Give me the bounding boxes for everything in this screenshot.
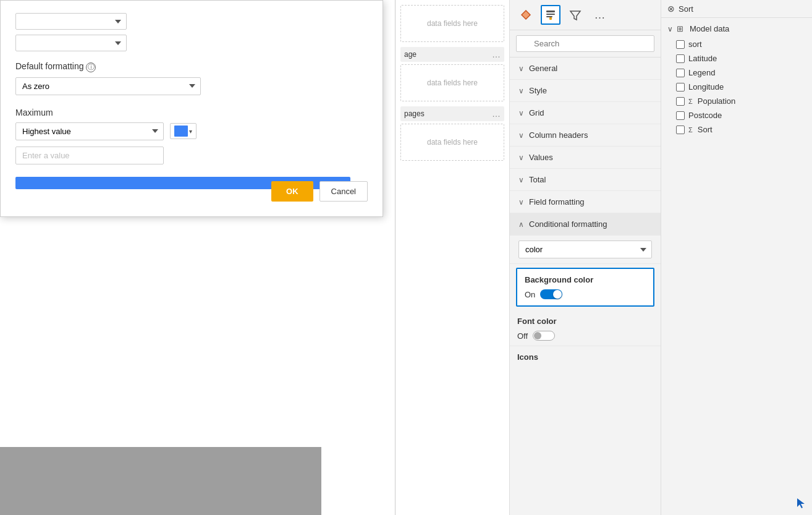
- section-general[interactable]: ∨ General: [510, 57, 661, 80]
- default-formatting-label: Default formatting ⓘ: [15, 61, 368, 72]
- icons-title: Icons: [517, 352, 653, 362]
- section-conditional-formatting-label: Conditional formatting: [529, 219, 607, 229]
- filter-icon: [569, 9, 582, 21]
- svg-rect-3: [546, 14, 555, 15]
- field-checkbox-sort[interactable]: [676, 40, 685, 49]
- font-color-title: Font color: [517, 317, 653, 326]
- font-toggle-label: Off: [517, 331, 528, 341]
- drop-zone-2[interactable]: data fields here: [400, 64, 504, 101]
- field-name-sort-sigma: Sort: [698, 125, 713, 134]
- field-checkbox-latitude[interactable]: [676, 54, 685, 63]
- model-data-section: ∨ ⊞ Model data sort Latitude Legend Long…: [661, 18, 812, 515]
- font-color-toggle[interactable]: [533, 331, 555, 341]
- field-checkbox-legend[interactable]: [676, 69, 685, 77]
- section-values[interactable]: ∨ Values: [510, 147, 661, 169]
- color-swatch-button[interactable]: ▾: [170, 123, 197, 139]
- maximum-dropdown[interactable]: Highest value: [15, 122, 164, 140]
- left-panel: Default formatting ⓘ As zero Maximum Hig…: [0, 0, 395, 515]
- field-checkbox-population[interactable]: [676, 97, 685, 106]
- icons-section: Icons: [510, 346, 661, 368]
- conditional-formatting-dropdown[interactable]: color: [518, 240, 652, 258]
- drop-zone-3[interactable]: data fields here: [400, 124, 504, 161]
- field-item-sort: sort: [661, 37, 812, 51]
- model-data-header[interactable]: ∨ ⊞ Model data: [661, 20, 812, 37]
- info-icon[interactable]: ⓘ: [86, 62, 96, 72]
- chart-type-icon-btn[interactable]: [516, 5, 536, 25]
- section-grid[interactable]: ∨ Grid: [510, 102, 661, 124]
- bg-color-toggle[interactable]: [540, 289, 562, 299]
- font-color-title-text: Font color: [517, 317, 557, 326]
- drop-zone-3-text: data fields here: [406, 138, 499, 147]
- section-general-label: General: [529, 64, 557, 73]
- search-input[interactable]: [516, 35, 654, 52]
- field-tag-pages-text: pages: [404, 109, 425, 118]
- field-checkbox-postcode[interactable]: [676, 111, 685, 120]
- drop-zone-1-text: data fields here: [406, 19, 499, 28]
- ok-button[interactable]: OK: [271, 181, 313, 202]
- bg-toggle-label: On: [525, 290, 535, 299]
- conditional-formatting-dropdown-row: color: [510, 236, 661, 264]
- value-input[interactable]: [15, 147, 164, 164]
- format-search-bar: 🔍: [510, 30, 661, 57]
- cursor-indicator: [795, 497, 807, 511]
- cancel-button[interactable]: Cancel: [319, 181, 368, 202]
- maximum-section: Maximum Highest value ▾: [15, 108, 368, 164]
- field-checkbox-longitude[interactable]: [676, 83, 685, 92]
- more-options-icon-btn[interactable]: …: [590, 5, 610, 25]
- filter-icon-btn[interactable]: [565, 5, 585, 25]
- chevron-column-headers-icon: ∨: [518, 131, 524, 140]
- section-field-formatting[interactable]: ∨ Field formatting: [510, 191, 661, 213]
- font-color-section: Font color Off: [510, 310, 661, 346]
- chevron-general-icon: ∨: [518, 64, 524, 73]
- font-color-toggle-row: Off: [517, 331, 653, 341]
- model-data-chevron-icon: ∨: [667, 25, 673, 33]
- color-swatch: [174, 126, 188, 137]
- model-data-label: Model data: [690, 24, 729, 33]
- svg-marker-1: [522, 11, 530, 19]
- section-total[interactable]: ∨ Total: [510, 169, 661, 191]
- dialog-buttons: OK Cancel: [271, 181, 368, 202]
- cursor-icon: [795, 497, 807, 509]
- bg-color-toggle-row: On: [525, 289, 646, 299]
- field-checkbox-sort-sigma[interactable]: [676, 126, 685, 134]
- sigma-population-icon: Σ: [688, 98, 693, 105]
- field-name-postcode: Postcode: [688, 111, 722, 120]
- field-name-legend: Legend: [688, 68, 715, 77]
- section-field-formatting-label: Field formatting: [529, 197, 585, 206]
- section-column-headers[interactable]: ∨ Column headers: [510, 124, 661, 147]
- section-conditional-formatting[interactable]: ∧ Conditional formatting: [510, 213, 661, 236]
- format-paintbrush-icon-btn[interactable]: [541, 5, 560, 25]
- maximum-row: Highest value ▾: [15, 122, 368, 140]
- field-item-population: Σ Population: [661, 94, 812, 108]
- top-dropdown-1[interactable]: [15, 13, 127, 30]
- chevron-conditional-formatting-icon: ∧: [518, 220, 524, 229]
- field-item-legend: Legend: [661, 66, 812, 80]
- field-name-sort: sort: [688, 40, 702, 49]
- field-tag-age-text: age: [404, 50, 417, 59]
- sort-label: Sort: [679, 4, 693, 14]
- field-tag-age-menu[interactable]: …: [492, 49, 501, 59]
- sort-icon: ⊗: [667, 4, 675, 14]
- sort-row[interactable]: ⊗ Sort: [661, 0, 812, 18]
- section-style[interactable]: ∨ Style: [510, 80, 661, 102]
- section-grid-label: Grid: [529, 108, 544, 117]
- mid-fields-area: data fields here age … data fields here …: [395, 0, 509, 515]
- format-panel-icons: …: [510, 0, 661, 30]
- font-color-toggle-thumb: [534, 332, 541, 339]
- svg-rect-2: [546, 11, 555, 12]
- field-tag-pages-menu[interactable]: …: [492, 109, 501, 119]
- field-name-longitude: Longitude: [688, 82, 724, 92]
- gray-area: [0, 447, 321, 515]
- section-column-headers-label: Column headers: [529, 130, 588, 140]
- bg-color-title: Background color: [525, 275, 646, 284]
- default-formatting-section: Default formatting ⓘ As zero: [15, 61, 368, 95]
- drop-zone-1[interactable]: data fields here: [400, 5, 504, 42]
- chevron-values-icon: ∨: [518, 153, 524, 162]
- field-item-sort-sigma: Σ Sort: [661, 122, 812, 137]
- right-format-panel: … 🔍 ∨ General ∨ Style ∨ Grid ∨ Column he…: [510, 0, 661, 515]
- default-formatting-dropdown[interactable]: As zero: [15, 77, 201, 95]
- top-dropdown-2[interactable]: [15, 35, 127, 51]
- mid-panel: data fields here age … data fields here …: [395, 0, 510, 515]
- background-color-section: Background color On: [516, 268, 654, 307]
- dialog-box: Default formatting ⓘ As zero Maximum Hig…: [0, 0, 383, 217]
